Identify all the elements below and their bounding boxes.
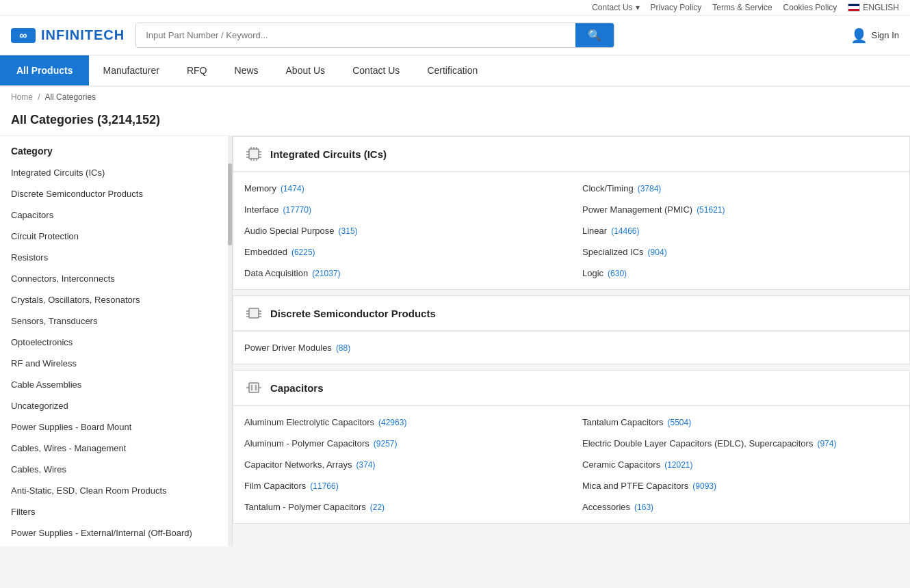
ics-items-grid: Memory (1474) Clock/Timing (3784) Interf… <box>233 172 909 289</box>
item-tantalum[interactable]: Tantalum Capacitors (5504) <box>571 412 909 433</box>
capacitors-icon <box>244 380 263 395</box>
item-data-acquisition[interactable]: Data Acquisition (21037) <box>233 263 571 284</box>
item-film[interactable]: Film Capacitors (11766) <box>233 475 571 496</box>
section-capacitors: Capacitors Aluminum Electrolytic Capacit… <box>233 370 910 524</box>
sidebar-item-capacitors[interactable]: Capacitors <box>0 204 232 226</box>
section-ics: Integrated Circuits (ICs) Memory (1474) … <box>233 136 910 290</box>
item-memory[interactable]: Memory (1474) <box>233 178 571 199</box>
flag-icon <box>848 3 860 12</box>
sidebar-item-circuit-protection[interactable]: Circuit Protection <box>0 226 232 247</box>
section-ics-title: Integrated Circuits (ICs) <box>270 148 387 160</box>
nav-items: Manufacturer RFQ News About Us Contact U… <box>89 55 491 85</box>
item-accessories[interactable]: Accessories (163) <box>571 496 909 518</box>
discrete-icon <box>244 306 263 321</box>
item-tantalum-polymer[interactable]: Tantalum - Polymer Capacitors (22) <box>233 496 571 518</box>
search-button[interactable]: 🔍 <box>575 23 614 47</box>
section-ics-header: Integrated Circuits (ICs) <box>233 137 909 172</box>
sidebar-item-filters[interactable]: Filters <box>0 501 232 522</box>
sidebar-scrollbar[interactable] <box>228 136 232 546</box>
sidebar-item-rf[interactable]: RF and Wireless <box>0 353 232 374</box>
item-audio[interactable]: Audio Special Purpose (315) <box>233 220 571 241</box>
chevron-down-icon: ▾ <box>636 3 640 12</box>
logo[interactable]: INFINITECH <box>11 27 125 43</box>
sidebar-item-cables-mgmt[interactable]: Cables, Wires - Management <box>0 438 232 459</box>
search-input[interactable] <box>136 23 575 47</box>
ics-icon <box>244 146 263 161</box>
section-capacitors-title: Capacitors <box>270 382 324 394</box>
sidebar-item-crystals[interactable]: Crystals, Oscillators, Resonators <box>0 289 232 310</box>
search-icon: 🔍 <box>588 29 601 41</box>
sidebar-item-cables-wires[interactable]: Cables, Wires <box>0 459 232 480</box>
section-discrete-title: Discrete Semiconductor Products <box>270 308 436 319</box>
capacitors-items-grid: Aluminum Electrolytic Capacitors (42963)… <box>233 406 909 523</box>
nav-rfq[interactable]: RFQ <box>173 55 221 85</box>
sidebar-item-power-board[interactable]: Power Supplies - Board Mount <box>0 416 232 438</box>
content: Integrated Circuits (ICs) Memory (1474) … <box>233 136 910 546</box>
svg-rect-20 <box>249 383 259 392</box>
sidebar-item-power-external[interactable]: Power Supplies - External/Internal (Off-… <box>0 522 232 544</box>
svg-rect-0 <box>249 149 259 159</box>
nav-contact-us[interactable]: Contact Us <box>339 55 413 85</box>
top-terms-service[interactable]: Terms & Service <box>712 3 772 12</box>
sidebar-item-sensors[interactable]: Sensors, Transducers <box>0 310 232 332</box>
item-logic[interactable]: Logic (630) <box>571 263 909 284</box>
sidebar-item-ics[interactable]: Integrated Circuits (ICs) <box>0 162 232 183</box>
item-edlc[interactable]: Electric Double Layer Capacitors (EDLC),… <box>571 433 909 454</box>
item-clock-timing[interactable]: Clock/Timing (3784) <box>571 178 909 199</box>
item-linear[interactable]: Linear (14466) <box>571 220 909 241</box>
top-privacy-policy[interactable]: Privacy Policy <box>651 3 702 12</box>
top-cookies-policy[interactable]: Cookies Policy <box>783 3 837 12</box>
item-power-driver[interactable]: Power Driver Modules (88) <box>233 337 571 358</box>
item-capacitor-networks[interactable]: Capacitor Networks, Arrays (374) <box>233 454 571 475</box>
item-aluminum-electrolytic[interactable]: Aluminum Electrolytic Capacitors (42963) <box>233 412 571 433</box>
nav-news[interactable]: News <box>221 55 272 85</box>
item-interface[interactable]: Interface (17770) <box>233 199 571 220</box>
sidebar-item-opto[interactable]: Optoelectronics <box>0 332 232 353</box>
section-discrete-header: Discrete Semiconductor Products <box>233 296 909 331</box>
sidebar-heading: Category <box>0 136 232 162</box>
main-layout: Category Integrated Circuits (ICs) Discr… <box>0 136 910 546</box>
breadcrumb-current: All Categories <box>44 92 96 102</box>
item-pmic[interactable]: Power Management (PMIC) (51621) <box>571 199 909 220</box>
top-contact-us[interactable]: Contact Us ▾ <box>592 3 639 12</box>
header: INFINITECH 🔍 👤 Sign In <box>0 16 910 55</box>
search-bar: 🔍 <box>135 23 614 48</box>
item-mica-ptfe[interactable]: Mica and PTFE Capacitors (9093) <box>571 475 909 496</box>
logo-text: INFINITECH <box>41 27 125 43</box>
discrete-items-grid: Power Driver Modules (88) <box>233 332 909 364</box>
page-title: All Categories (3,214,152) <box>0 107 910 136</box>
sidebar-scrollbar-thumb <box>228 163 232 245</box>
language-selector[interactable]: ENGLISH <box>848 3 899 12</box>
nav: All Products Manufacturer RFQ News About… <box>0 55 910 87</box>
breadcrumb: Home / All Categories <box>0 87 910 107</box>
item-embedded[interactable]: Embedded (6225) <box>233 241 571 263</box>
sidebar: Category Integrated Circuits (ICs) Discr… <box>0 136 233 546</box>
nav-all-products[interactable]: All Products <box>0 55 89 85</box>
nav-certification[interactable]: Certification <box>413 55 491 85</box>
svg-rect-13 <box>249 308 259 318</box>
top-bar: Contact Us ▾ Privacy Policy Terms & Serv… <box>0 0 910 16</box>
nav-about-us[interactable]: About Us <box>272 55 339 85</box>
item-aluminum-polymer[interactable]: Aluminum - Polymer Capacitors (9257) <box>233 433 571 454</box>
breadcrumb-home[interactable]: Home <box>11 92 33 102</box>
user-icon: 👤 <box>850 27 868 44</box>
sidebar-item-discrete[interactable]: Discrete Semiconductor Products <box>0 183 232 204</box>
sidebar-item-connectors[interactable]: Connectors, Interconnects <box>0 268 232 289</box>
sidebar-item-antistatic[interactable]: Anti-Static, ESD, Clean Room Products <box>0 480 232 501</box>
sign-in-button[interactable]: 👤 Sign In <box>850 27 899 44</box>
section-discrete: Discrete Semiconductor Products Power Dr… <box>233 295 910 364</box>
breadcrumb-separator: / <box>38 92 40 102</box>
nav-manufacturer[interactable]: Manufacturer <box>89 55 172 85</box>
item-specialized-ics[interactable]: Specialized ICs (904) <box>571 241 909 263</box>
sidebar-item-resistors[interactable]: Resistors <box>0 247 232 268</box>
section-capacitors-header: Capacitors <box>233 371 909 405</box>
logo-icon <box>11 28 36 43</box>
sidebar-item-uncategorized[interactable]: Uncategorized <box>0 395 232 416</box>
item-ceramic[interactable]: Ceramic Capacitors (12021) <box>571 454 909 475</box>
sidebar-item-cable-assemblies[interactable]: Cable Assemblies <box>0 374 232 395</box>
